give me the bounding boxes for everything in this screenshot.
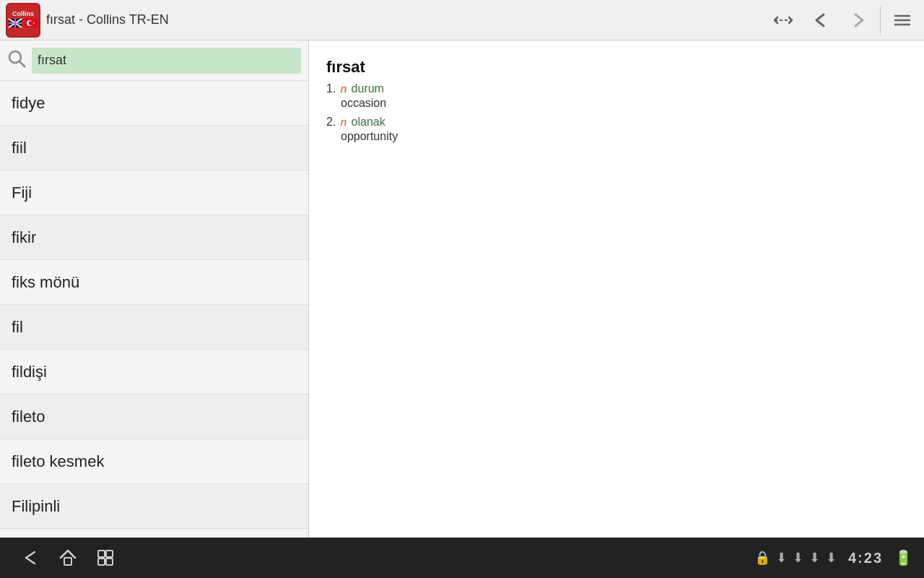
menu-button[interactable] xyxy=(886,4,918,36)
download-icon-1: ⬇ xyxy=(776,550,787,566)
svg-rect-20 xyxy=(64,558,71,565)
app-logo: Collins xyxy=(6,3,40,38)
svg-text:Collins: Collins xyxy=(12,10,34,17)
nav-back-button[interactable] xyxy=(12,542,49,574)
top-bar: Collins fırsat - Collins TR-EN xyxy=(0,0,924,40)
swap-language-button[interactable] xyxy=(767,4,799,36)
bottom-bar: 🔒 ⬇ ⬇ ⬇ ⬇ 4:23 🔋 xyxy=(0,538,924,578)
entry-sense: 2. n olanakopportunity xyxy=(326,116,907,143)
list-item[interactable]: fiks mönü xyxy=(0,260,308,305)
svg-point-12 xyxy=(29,21,33,25)
download-icon-3: ⬇ xyxy=(809,550,820,566)
svg-rect-24 xyxy=(106,558,113,565)
list-item[interactable]: fikir xyxy=(0,215,308,260)
list-item[interactable]: fileto xyxy=(0,394,308,439)
list-item[interactable]: fidye xyxy=(0,81,308,126)
entry-senses: 1. n durumoccasion2. n olanakopportunity xyxy=(326,82,907,143)
list-item[interactable]: fiil xyxy=(0,126,308,171)
left-panel: fidyefiilFijifikirfiks mönüfilfildişifil… xyxy=(0,40,309,538)
search-icon xyxy=(7,49,26,72)
list-item[interactable]: Fiji xyxy=(0,171,308,215)
main-content: fidyefiilFijifikirfiks mönüfilfildişifil… xyxy=(0,40,924,538)
app-title: fırsat - Collins TR-EN xyxy=(46,12,762,27)
lock-icon: 🔒 xyxy=(754,550,770,566)
clock: 4:23 xyxy=(848,550,883,566)
list-item[interactable]: Filipinli xyxy=(0,484,308,529)
svg-rect-23 xyxy=(98,558,105,565)
search-bar xyxy=(0,40,308,81)
entry-headword: fırsat xyxy=(326,58,907,77)
list-item[interactable]: fileto kesmek xyxy=(0,439,308,484)
right-panel: fırsat 1. n durumoccasion2. n olanakoppo… xyxy=(309,40,924,538)
topbar-divider xyxy=(880,6,881,35)
battery-icon: 🔋 xyxy=(894,549,912,566)
svg-line-19 xyxy=(19,61,25,66)
entry-sense: 1. n durumoccasion xyxy=(326,82,907,110)
list-item[interactable]: fildişi xyxy=(0,350,308,394)
back-button[interactable] xyxy=(805,4,837,36)
word-list: fidyefiilFijifikirfiks mönüfilfildişifil… xyxy=(0,81,308,538)
svg-rect-21 xyxy=(98,551,105,557)
download-icon-4: ⬇ xyxy=(826,550,837,566)
status-icons: 🔒 ⬇ ⬇ ⬇ ⬇ 4:23 🔋 xyxy=(754,549,912,566)
svg-rect-22 xyxy=(106,551,113,557)
nav-home-button[interactable] xyxy=(49,542,87,574)
download-icon-2: ⬇ xyxy=(793,550,803,566)
list-item[interactable]: fil xyxy=(0,305,308,350)
search-input[interactable] xyxy=(32,48,301,74)
nav-recents-button[interactable] xyxy=(87,542,124,574)
forward-button[interactable] xyxy=(842,4,874,36)
